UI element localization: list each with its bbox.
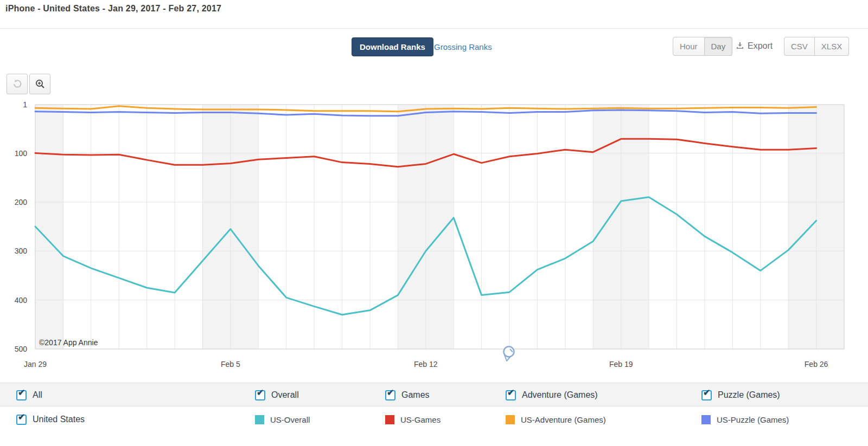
export-format-group: CSV XLSX (784, 37, 849, 56)
zoom-in-icon (35, 79, 46, 89)
checkbox-overall[interactable] (255, 390, 265, 400)
y-axis-label: 1 (23, 100, 27, 109)
checkbox-games[interactable] (385, 390, 395, 400)
x-axis-label: Feb 5 (221, 360, 240, 369)
legend-item-us-games: US-Games (385, 407, 441, 432)
checkbox-puzzle[interactable] (701, 390, 712, 400)
x-axis-label: Jan 29 (24, 360, 47, 369)
csv-button[interactable]: CSV (784, 37, 815, 56)
reset-zoom-icon (12, 79, 23, 89)
legend-category-row: All Overall Games Adventure (Games) Puzz… (0, 383, 868, 406)
reset-zoom-button[interactable] (7, 74, 28, 94)
day-button[interactable]: Day (705, 37, 733, 56)
legend-label: US-Adventure (Games) (521, 415, 606, 424)
range-handle-icon[interactable] (504, 347, 514, 361)
legend-label: United States (33, 415, 85, 424)
legend-series-row: United States US-Overall US-Games US-Adv… (0, 407, 868, 432)
series-swatch-us-games (385, 415, 394, 424)
zoom-in-button[interactable] (29, 74, 50, 94)
grossing-ranks-tab[interactable]: Grossing Ranks (434, 42, 492, 51)
weekend-band (35, 105, 63, 349)
checkbox-adventure[interactable] (506, 390, 516, 400)
copyright-text: ©2017 App Annie (39, 338, 98, 347)
legend-item-united-states[interactable]: United States (16, 407, 85, 432)
legend-item-us-overall: US-Overall (255, 407, 310, 432)
hour-button[interactable]: Hour (673, 37, 705, 56)
legend-label: Adventure (Games) (522, 390, 598, 400)
x-axis-label: Feb 26 (805, 360, 828, 369)
legend-label: All (33, 390, 42, 400)
legend-label: Overall (271, 390, 299, 400)
y-axis-label: 200 (15, 198, 28, 206)
x-axis-label: Feb 19 (609, 360, 633, 369)
app-annie-rank-page: iPhone - United States - Jan 29, 2017 - … (0, 0, 868, 446)
y-axis-label: 500 (15, 345, 28, 353)
legend-item-us-adventure: US-Adventure (Games) (506, 407, 606, 432)
granularity-toggle: Hour Day (673, 37, 732, 56)
legend-item-overall[interactable]: Overall (255, 383, 299, 407)
series-swatch-us-puzzle (701, 415, 711, 424)
series-swatch-us-adventure (506, 415, 515, 424)
legend-label: Games (401, 390, 430, 400)
legend-item-all[interactable]: All (16, 383, 42, 407)
y-axis-label: 400 (15, 296, 28, 305)
legend-label: US-Puzzle (Games) (717, 415, 789, 424)
legend-item-adventure[interactable]: Adventure (Games) (506, 383, 598, 407)
rank-chart[interactable]: 1100200300400500©2017 App AnnieJan 29Feb… (0, 98, 868, 375)
legend-item-games[interactable]: Games (385, 383, 430, 407)
y-axis-label: 300 (15, 247, 28, 255)
x-axis-label: Feb 12 (414, 360, 438, 369)
rank-type-tabs: Download Ranks Grossing Ranks Hour Day E… (0, 37, 868, 57)
checkbox-united-states[interactable] (16, 415, 27, 425)
legend-label: US-Games (400, 415, 441, 424)
download-ranks-tab[interactable]: Download Ranks (352, 37, 433, 56)
export-label: Export (748, 41, 773, 51)
export-button[interactable]: Export (736, 41, 773, 51)
checkbox-all[interactable] (16, 390, 27, 400)
legend-item-us-puzzle: US-Puzzle (Games) (701, 407, 789, 432)
y-axis-label: 100 (15, 149, 28, 158)
page-title: iPhone - United States - Jan 29, 2017 - … (5, 4, 221, 14)
legend-item-puzzle[interactable]: Puzzle (Games) (701, 383, 780, 407)
series-swatch-us-overall (255, 415, 264, 424)
title-divider (0, 28, 868, 29)
legend-label: Puzzle (Games) (718, 390, 780, 400)
legend-label: US-Overall (270, 415, 310, 424)
download-icon (736, 42, 744, 50)
xlsx-button[interactable]: XLSX (815, 37, 849, 56)
